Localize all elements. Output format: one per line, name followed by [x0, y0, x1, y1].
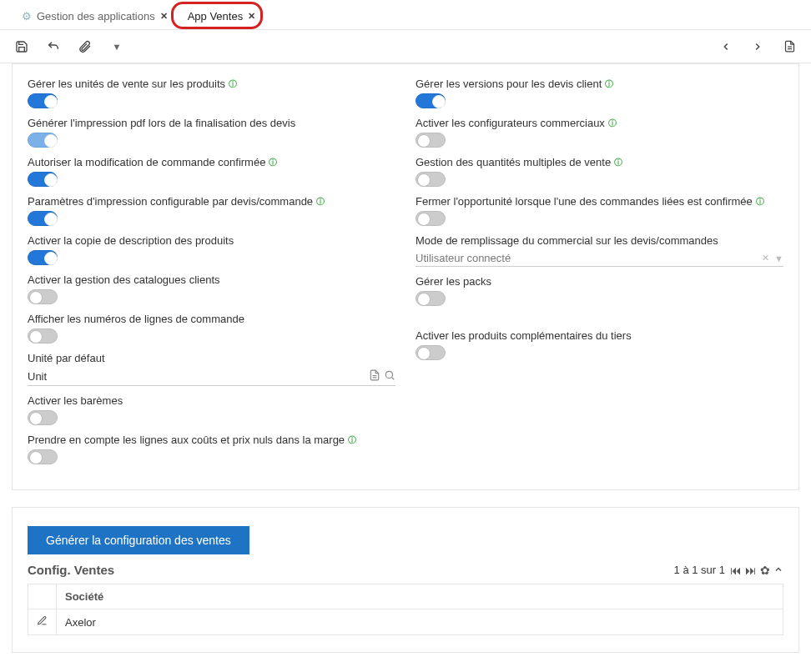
setting-field: Prendre en compte les lignes aux coûts e…: [28, 434, 395, 464]
content-area: Gérer les unités de vente sur les produi…: [12, 63, 799, 672]
setting-field: Mode de remplissage du commercial sur le…: [416, 234, 783, 267]
search-icon[interactable]: [384, 369, 395, 384]
tab-bar: ⚙ Gestion des applications ✕ App Ventes …: [0, 0, 811, 30]
info-icon[interactable]: ⓘ: [316, 198, 325, 206]
tab-label: App Ventes: [188, 10, 244, 23]
caret-down-icon[interactable]: ▼: [774, 253, 783, 263]
toggle-switch[interactable]: [28, 172, 58, 187]
setting-field: Activer la copie de description des prod…: [28, 234, 395, 265]
setting-field: Activer les barèmes: [28, 394, 395, 425]
attachment-icon[interactable]: [75, 37, 95, 57]
toggle-switch[interactable]: [416, 291, 446, 306]
column-header-action: [28, 584, 57, 609]
pager: 1 à 1 sur 1 ⏮ ⏭ ✿: [674, 564, 783, 577]
setting-field: Activer la gestion des catalogues client…: [28, 273, 395, 304]
setting-field: Générer l'impression pdf lors de la fina…: [28, 117, 395, 148]
toggle-switch[interactable]: [416, 345, 446, 360]
close-icon[interactable]: ✕: [160, 11, 168, 22]
table-row[interactable]: Axelor: [28, 609, 783, 635]
info-icon[interactable]: ⓘ: [269, 158, 277, 167]
setting-field: Activer les produits complémentaires du …: [416, 329, 783, 360]
info-icon[interactable]: ⓘ: [229, 80, 237, 88]
info-icon[interactable]: ⓘ: [614, 158, 622, 167]
collapse-icon[interactable]: [773, 564, 783, 577]
svg-line-5: [392, 378, 395, 380]
close-icon[interactable]: ✕: [248, 11, 255, 22]
toggle-switch[interactable]: [28, 289, 58, 304]
setting-field: Gérer les versions pour les devis client…: [416, 78, 783, 108]
setting-label: Paramètres d'impression configurable par…: [28, 195, 395, 208]
setting-label: Prendre en compte les lignes aux coûts e…: [28, 434, 395, 446]
setting-field: Paramètres d'impression configurable par…: [28, 195, 395, 226]
toggle-switch[interactable]: [416, 172, 446, 187]
setting-label: Activer la copie de description des prod…: [28, 234, 395, 247]
prev-icon[interactable]: [716, 37, 736, 57]
info-icon[interactable]: ⓘ: [605, 80, 613, 88]
select-input[interactable]: Utilisateur connecté✕▼: [416, 250, 783, 267]
tab-app-ventes[interactable]: App Ventes ✕: [178, 3, 266, 29]
settings-panel: Gérer les unités de vente sur les produi…: [12, 63, 799, 490]
clear-icon[interactable]: ✕: [762, 253, 769, 263]
setting-field: Activer les configurateurs commerciauxⓘ: [416, 117, 783, 148]
setting-field: Afficher les numéros de lignes de comman…: [28, 313, 395, 344]
setting-field: Fermer l'opportunité lorsque l'une des c…: [416, 195, 783, 226]
edit-icon[interactable]: [28, 609, 57, 635]
info-icon[interactable]: ⓘ: [756, 198, 764, 206]
setting-label: Gérer les packs: [416, 275, 783, 288]
tab-label: Gestion des applications: [37, 10, 155, 23]
toggle-switch[interactable]: [28, 410, 58, 425]
gear-icon: ⚙: [22, 10, 32, 23]
config-panel: Générer la configuration des ventes Conf…: [12, 507, 799, 653]
tab-app-management[interactable]: ⚙ Gestion des applications ✕: [12, 3, 178, 29]
pager-text: 1 à 1 sur 1: [674, 564, 725, 576]
section-title: Config. Ventes: [28, 563, 674, 577]
toggle-switch[interactable]: [28, 133, 58, 148]
setting-label: Afficher les numéros de lignes de comman…: [28, 313, 395, 325]
setting-label: Activer les configurateurs commerciauxⓘ: [416, 117, 783, 129]
toggle-switch[interactable]: [416, 93, 446, 108]
toggle-switch[interactable]: [28, 449, 58, 464]
generate-config-button[interactable]: Générer la configuration des ventes: [28, 526, 249, 554]
toggle-switch[interactable]: [28, 211, 58, 226]
setting-label: Activer les barèmes: [28, 394, 395, 407]
setting-label: Gérer les unités de vente sur les produi…: [28, 78, 395, 90]
info-icon[interactable]: ⓘ: [348, 436, 356, 444]
toggle-switch[interactable]: [416, 211, 446, 226]
next-icon[interactable]: [748, 37, 768, 57]
setting-field: Unité par défaut: [28, 352, 395, 386]
toggle-switch[interactable]: [28, 250, 58, 265]
cell-societe: Axelor: [57, 609, 783, 635]
section-header: Config. Ventes 1 à 1 sur 1 ⏮ ⏭ ✿: [28, 563, 783, 577]
caret-down-icon[interactable]: ▼: [107, 37, 127, 57]
toggle-switch[interactable]: [416, 133, 446, 148]
undo-icon[interactable]: [43, 37, 63, 57]
setting-label: Gestion des quantités multiples de vente…: [416, 156, 783, 168]
setting-label: Autoriser la modification de commande co…: [28, 156, 395, 168]
setting-field: Gestion des quantités multiples de vente…: [416, 156, 783, 187]
toggle-switch[interactable]: [28, 93, 58, 108]
config-table: Société Axelor: [28, 584, 783, 635]
toolbar-left: ▼: [12, 37, 127, 57]
setting-label: Générer l'impression pdf lors de la fina…: [28, 117, 395, 129]
svg-point-4: [385, 371, 392, 378]
pager-last-icon[interactable]: ⏭: [745, 564, 757, 577]
toggle-switch[interactable]: [28, 328, 58, 344]
setting-field: Autoriser la modification de commande co…: [28, 156, 395, 187]
toolbar-right: [716, 37, 799, 57]
setting-label: Unité par défaut: [28, 352, 395, 364]
text-input[interactable]: [28, 370, 369, 383]
gear-icon[interactable]: ✿: [760, 564, 770, 577]
save-icon[interactable]: [12, 37, 32, 57]
setting-label: Gérer les versions pour les devis client…: [416, 78, 783, 90]
settings-column-right: Gérer les versions pour les devis client…: [416, 78, 783, 473]
toolbar: ▼: [0, 30, 811, 63]
settings-column-left: Gérer les unités de vente sur les produi…: [28, 78, 395, 473]
pager-first-icon[interactable]: ⏮: [730, 564, 742, 577]
document-icon[interactable]: [369, 369, 380, 384]
document-icon[interactable]: [779, 37, 799, 57]
setting-label: Fermer l'opportunité lorsque l'une des c…: [416, 195, 783, 208]
text-input-row: [28, 368, 395, 386]
info-icon[interactable]: ⓘ: [608, 119, 617, 128]
setting-field: Gérer les packs: [416, 275, 783, 306]
column-header-societe: Société: [57, 584, 783, 609]
